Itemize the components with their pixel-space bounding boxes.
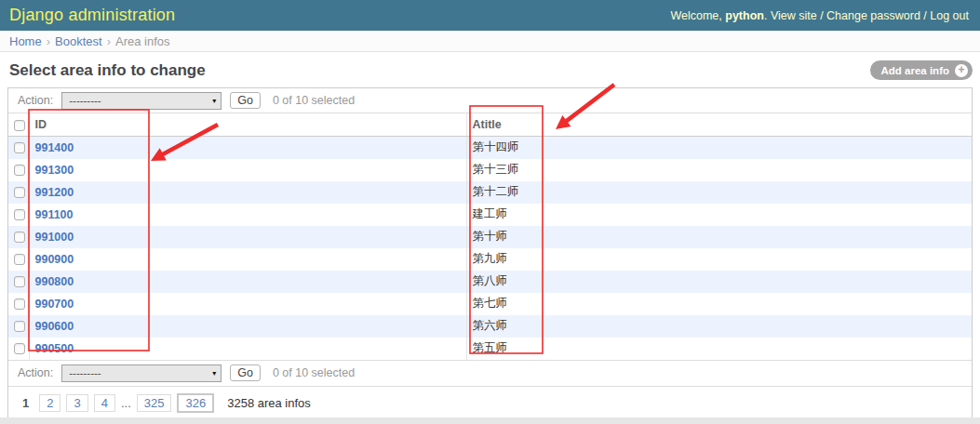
- action-select[interactable]: --------- ▾: [61, 364, 222, 382]
- row-checkbox[interactable]: [14, 165, 25, 176]
- changelist-module: Action: --------- ▾ Go 0 of 10 selected …: [7, 87, 973, 420]
- admin-header: Django administration Welcome, python. V…: [0, 0, 980, 31]
- id-link[interactable]: 990700: [35, 298, 74, 311]
- welcome-text: Welcome,: [670, 9, 725, 22]
- action-select-value: ---------: [69, 95, 101, 106]
- atitle-cell: 第十师: [466, 226, 972, 248]
- id-cell: 990600: [29, 315, 466, 338]
- change-password-link[interactable]: Change password: [826, 9, 920, 22]
- paginator: 1 234...325326 3258 area infos: [8, 386, 972, 419]
- atitle-cell: 第六师: [466, 315, 972, 338]
- id-link[interactable]: 991200: [35, 186, 74, 199]
- id-cell: 991000: [29, 226, 466, 248]
- atitle-cell: 第十四师: [466, 137, 972, 159]
- paginator-pages: 234...325326: [39, 393, 214, 413]
- action-select[interactable]: --------- ▾: [61, 92, 222, 110]
- page-link-325[interactable]: 325: [137, 394, 172, 412]
- link-separator: /: [817, 9, 826, 22]
- select-all-checkbox[interactable]: [14, 120, 25, 131]
- breadcrumb-item-booktest[interactable]: Booktest: [55, 34, 102, 48]
- table-row: 990700第七师: [8, 293, 972, 315]
- row-checkbox[interactable]: [14, 209, 25, 220]
- breadcrumb-separator: ›: [107, 34, 111, 48]
- go-button[interactable]: Go: [230, 364, 261, 381]
- id-link[interactable]: 991300: [35, 164, 74, 177]
- content-header: Select area info to change Add area info…: [7, 60, 973, 80]
- row-checkbox[interactable]: [14, 142, 25, 153]
- table-header-row: ID Atitle: [8, 113, 972, 137]
- table-body: 991400第十四师991300第十三师991200第十二师991100建工师9…: [8, 137, 972, 360]
- row-checkbox-cell: [8, 271, 29, 293]
- user-tools: Welcome, python. View site / Change pass…: [670, 9, 969, 22]
- view-site-link[interactable]: View site: [771, 9, 817, 22]
- site-title: Django administration: [9, 6, 175, 25]
- action-label: Action:: [18, 366, 53, 379]
- id-cell: 990800: [29, 271, 466, 293]
- id-cell: 991300: [29, 159, 466, 181]
- atitle-cell: 第五师: [466, 338, 972, 360]
- actions-bar-bottom: Action: --------- ▾ Go 0 of 10 selected: [8, 360, 972, 386]
- log-out-link[interactable]: Log out: [930, 9, 969, 22]
- table-row: 990900第九师: [8, 248, 972, 271]
- atitle-cell: 第七师: [466, 293, 972, 315]
- column-header-atitle[interactable]: Atitle: [466, 113, 972, 137]
- row-checkbox[interactable]: [14, 321, 25, 332]
- paginator-summary: 3258 area infos: [227, 396, 311, 410]
- current-page: 1: [18, 395, 34, 411]
- selected-counter: 0 of 10 selected: [273, 366, 355, 379]
- id-link[interactable]: 991100: [35, 208, 74, 221]
- row-checkbox[interactable]: [14, 298, 25, 310]
- changelist-table: ID Atitle 991400第十四师991300第十三师991200第十二师…: [8, 113, 972, 360]
- row-checkbox-cell: [8, 293, 29, 315]
- row-checkbox[interactable]: [14, 254, 25, 265]
- table-row: 990800第八师: [8, 271, 972, 293]
- table-row: 991000第十师: [8, 226, 972, 248]
- action-select-value: ---------: [69, 367, 101, 378]
- page-link-326[interactable]: 326: [177, 393, 214, 413]
- id-link[interactable]: 991000: [35, 231, 74, 244]
- row-checkbox[interactable]: [14, 187, 25, 198]
- id-link[interactable]: 990800: [35, 275, 74, 288]
- id-link[interactable]: 990500: [35, 342, 74, 355]
- welcome-text: .: [764, 9, 771, 22]
- id-cell: 990900: [29, 248, 466, 271]
- content-area: Select area info to change Add area info…: [0, 60, 980, 420]
- go-button[interactable]: Go: [230, 92, 261, 109]
- row-checkbox[interactable]: [14, 232, 25, 243]
- row-checkbox-cell: [8, 204, 29, 226]
- row-checkbox[interactable]: [14, 276, 25, 287]
- breadcrumb-item-home[interactable]: Home: [9, 34, 42, 48]
- link-separator: /: [920, 9, 930, 22]
- atitle-cell: 建工师: [466, 204, 972, 226]
- id-link[interactable]: 991400: [35, 141, 74, 154]
- username: python: [725, 9, 764, 22]
- id-cell: 990500: [29, 338, 466, 360]
- atitle-cell: 第九师: [466, 248, 972, 271]
- page-title: Select area info to change: [9, 61, 206, 80]
- add-button-label: Add area info: [881, 65, 949, 76]
- id-link[interactable]: 990600: [35, 320, 74, 333]
- breadcrumb: Home›Booktest›Area infos: [0, 31, 980, 52]
- breadcrumb-item-area-infos: Area infos: [115, 34, 170, 48]
- chevron-down-icon: ▾: [212, 369, 216, 378]
- chevron-down-icon: ▾: [212, 97, 216, 105]
- page-link-2[interactable]: 2: [39, 394, 60, 412]
- id-cell: 991400: [29, 137, 466, 159]
- add-area-info-button[interactable]: Add area info +: [870, 60, 973, 80]
- selected-counter: 0 of 10 selected: [273, 94, 355, 107]
- table-row: 991100建工师: [8, 204, 972, 226]
- row-checkbox-cell: [8, 315, 29, 338]
- id-cell: 990700: [29, 293, 466, 315]
- id-link[interactable]: 990900: [35, 253, 74, 266]
- page-link-3[interactable]: 3: [66, 394, 87, 412]
- page-link-4[interactable]: 4: [94, 394, 115, 412]
- object-tools: Add area info +: [870, 60, 973, 80]
- column-header-id[interactable]: ID: [29, 113, 466, 137]
- row-checkbox[interactable]: [14, 343, 25, 354]
- action-label: Action:: [18, 94, 53, 107]
- plus-icon: +: [955, 64, 968, 77]
- row-checkbox-cell: [8, 159, 29, 181]
- footer-strip: [0, 417, 980, 424]
- page-ellipsis: ...: [121, 396, 131, 410]
- row-checkbox-cell: [8, 248, 29, 271]
